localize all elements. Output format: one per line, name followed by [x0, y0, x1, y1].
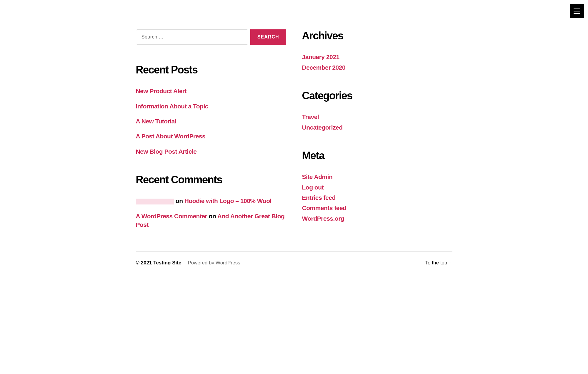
meta-list: Site Admin Log out Entries feed Comments…	[302, 172, 452, 223]
site-name-link[interactable]: Testing Site	[153, 260, 181, 266]
recent-post-link[interactable]: Information About a Topic	[136, 103, 208, 110]
to-the-top-link[interactable]: To the top ↑	[425, 260, 452, 266]
recent-post-link[interactable]: New Product Alert	[136, 88, 187, 94]
meta-link-site-admin[interactable]: Site Admin	[302, 173, 333, 180]
archives-heading: Archives	[302, 29, 452, 42]
footer-left: © 2021 Testing Site Powered by WordPress	[136, 260, 240, 266]
meta-heading: Meta	[302, 149, 452, 162]
site-footer: © 2021 Testing Site Powered by WordPress…	[136, 251, 452, 274]
comment-author-redacted	[136, 199, 174, 204]
categories-widget: Categories Travel Uncategorized	[302, 89, 452, 132]
widget-column-right: Archives January 2021 December 2020 Cate…	[302, 29, 452, 229]
widget-column-left: SEARCH Recent Posts New Product Alert In…	[136, 29, 286, 229]
search-button[interactable]: SEARCH	[250, 29, 286, 45]
page-container: SEARCH Recent Posts New Product Alert In…	[94, 0, 494, 274]
categories-heading: Categories	[302, 89, 452, 102]
menu-toggle-button[interactable]	[570, 4, 584, 18]
to-the-top-text: To the top	[425, 260, 447, 266]
comment-author-link[interactable]: A WordPress Commenter	[136, 213, 207, 219]
arrow-up-icon: ↑	[450, 260, 452, 266]
copyright-prefix: © 2021	[136, 260, 154, 266]
archives-list: January 2021 December 2020	[302, 53, 452, 72]
search-input[interactable]	[136, 29, 248, 45]
archive-link[interactable]: January 2021	[302, 53, 339, 60]
comment-post-link[interactable]: Hoodie with Logo – 100% Wool	[184, 197, 271, 204]
recent-comment-item: on Hoodie with Logo – 100% Wool	[136, 197, 286, 205]
archive-link[interactable]: December 2020	[302, 64, 346, 71]
powered-by-link[interactable]: Powered by WordPress	[188, 260, 240, 266]
recent-comments-list: on Hoodie with Logo – 100% Wool A WordPr…	[136, 197, 286, 229]
meta-link-comments-feed[interactable]: Comments feed	[302, 204, 347, 211]
recent-post-link[interactable]: New Blog Post Article	[136, 148, 197, 155]
hamburger-bar	[574, 9, 580, 9]
recent-post-link[interactable]: A New Tutorial	[136, 118, 176, 125]
meta-link-entries-feed[interactable]: Entries feed	[302, 194, 336, 201]
archives-widget: Archives January 2021 December 2020	[302, 29, 452, 72]
meta-link-wordpress-org[interactable]: WordPress.org	[302, 215, 344, 222]
categories-list: Travel Uncategorized	[302, 113, 452, 132]
widget-area: SEARCH Recent Posts New Product Alert In…	[136, 29, 452, 229]
recent-posts-heading: Recent Posts	[136, 63, 286, 76]
recent-comments-heading: Recent Comments	[136, 173, 286, 186]
recent-post-link[interactable]: A Post About WordPress	[136, 133, 206, 140]
main-content: SEARCH Recent Posts New Product Alert In…	[100, 0, 488, 274]
recent-comment-item: A WordPress Commenter on And Another Gre…	[136, 212, 286, 229]
hamburger-bar	[574, 13, 580, 14]
meta-widget: Meta Site Admin Log out Entries feed Com…	[302, 149, 452, 223]
recent-posts-widget: Recent Posts New Product Alert Informati…	[136, 63, 286, 156]
comment-on-text: on	[176, 197, 183, 204]
meta-link-log-out[interactable]: Log out	[302, 184, 324, 191]
recent-posts-list: New Product Alert Information About a To…	[136, 87, 286, 156]
recent-comments-widget: Recent Comments on Hoodie with Logo – 10…	[136, 173, 286, 229]
hamburger-bar	[574, 11, 580, 11]
comment-on-text: on	[209, 213, 216, 219]
category-link[interactable]: Travel	[302, 113, 319, 120]
category-link[interactable]: Uncategorized	[302, 124, 343, 131]
footer-copyright: © 2021 Testing Site	[136, 260, 181, 266]
search-form: SEARCH	[136, 29, 286, 45]
